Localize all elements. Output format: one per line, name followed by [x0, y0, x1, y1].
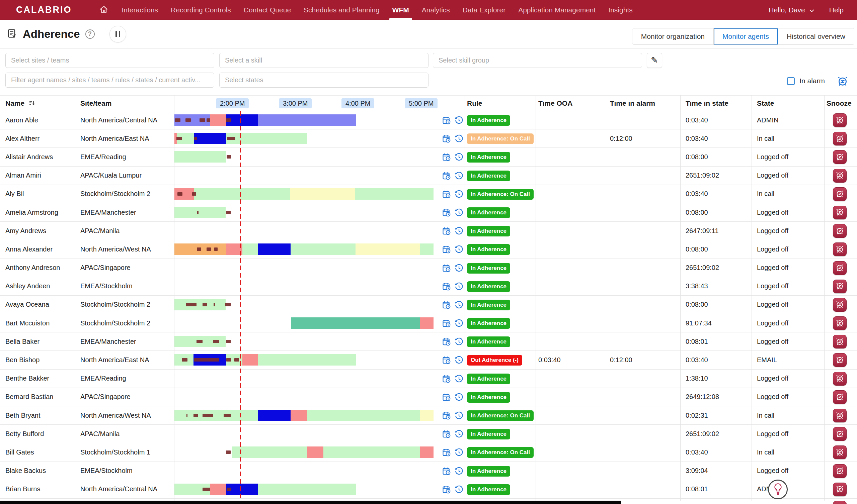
snooze-button[interactable]: [833, 409, 846, 422]
agent-schedule-icon[interactable]: [442, 300, 451, 310]
agent-schedule-icon[interactable]: [442, 430, 451, 439]
snooze-button[interactable]: [833, 206, 846, 220]
agent-schedule-icon[interactable]: [442, 208, 451, 218]
snooze-button[interactable]: [833, 335, 846, 348]
snooze-button[interactable]: [833, 372, 846, 386]
edit-skill-group-button[interactable]: ✎: [647, 53, 662, 68]
agent-schedule-icon[interactable]: [442, 374, 451, 384]
snooze-button[interactable]: [833, 353, 846, 367]
agent-schedule-icon[interactable]: [442, 171, 451, 180]
skill-select[interactable]: [219, 53, 428, 68]
agent-history-icon[interactable]: [454, 116, 464, 125]
agent-history-icon[interactable]: [454, 485, 464, 494]
column-header-name[interactable]: Name: [5, 99, 35, 107]
agent-schedule-icon[interactable]: [442, 393, 451, 402]
pause-button[interactable]: [110, 26, 126, 42]
column-header-time-in-alarm[interactable]: Time in alarm: [610, 99, 655, 107]
snooze-button[interactable]: [833, 427, 846, 441]
snooze-button[interactable]: [833, 132, 846, 145]
view-button-monitor-agents[interactable]: Monitor agents: [713, 29, 778, 45]
agent-schedule-icon[interactable]: [442, 190, 451, 199]
snooze-button[interactable]: [833, 280, 846, 293]
agent-schedule-icon[interactable]: [442, 355, 451, 365]
time-in-alarm-value: [610, 167, 675, 185]
states-select[interactable]: [219, 73, 428, 88]
nav-item-application-management[interactable]: Application Management: [512, 0, 602, 20]
agent-history-icon[interactable]: [454, 393, 464, 402]
sites-teams-select[interactable]: [5, 53, 214, 68]
snooze-button[interactable]: [833, 169, 846, 183]
agent-schedule-icon[interactable]: [442, 116, 451, 125]
snooze-button[interactable]: [833, 316, 846, 330]
view-button-monitor-organization[interactable]: Monitor organization: [632, 29, 713, 45]
agent-history-icon[interactable]: [454, 467, 464, 476]
agent-schedule-icon[interactable]: [442, 226, 451, 236]
in-alarm-checkbox[interactable]: [787, 77, 795, 85]
snooze-button[interactable]: [833, 242, 846, 256]
nav-item-interactions[interactable]: Interactions: [116, 0, 165, 20]
time-in-alarm-value: [610, 148, 675, 166]
user-menu[interactable]: Hello, Dave: [757, 0, 826, 20]
nav-item-analytics[interactable]: Analytics: [416, 0, 456, 20]
agent-history-icon[interactable]: [454, 319, 464, 328]
bulk-snooze-alarm-icon[interactable]: [837, 75, 848, 87]
agent-history-icon[interactable]: [454, 171, 464, 180]
agent-history-icon[interactable]: [454, 411, 464, 420]
column-header-rule[interactable]: Rule: [467, 99, 482, 107]
agent-schedule-icon[interactable]: [442, 448, 451, 457]
agent-schedule-icon[interactable]: [442, 134, 451, 143]
agent-filter-input[interactable]: [5, 73, 214, 88]
agent-schedule-icon[interactable]: [442, 467, 451, 476]
column-header-site[interactable]: Site/team: [80, 99, 112, 107]
agent-history-icon[interactable]: [454, 134, 464, 143]
help-icon[interactable]: ?: [85, 30, 95, 39]
agent-schedule-icon[interactable]: [442, 411, 451, 420]
snooze-button[interactable]: [833, 224, 846, 238]
agent-schedule-icon[interactable]: [442, 485, 451, 494]
column-header-time-ooa[interactable]: Time OOA: [538, 99, 572, 107]
snooze-button[interactable]: [833, 464, 846, 478]
agent-history-icon[interactable]: [454, 245, 464, 254]
snooze-button[interactable]: [833, 483, 846, 496]
agent-schedule-icon[interactable]: [442, 282, 451, 291]
column-header-time-in-state[interactable]: Time in state: [686, 99, 728, 107]
view-button-historical-overview[interactable]: Historical overview: [778, 29, 854, 45]
nav-item-contact-queue[interactable]: Contact Queue: [237, 0, 297, 20]
nav-item-wfm[interactable]: WFM: [386, 0, 416, 20]
nav-item-insights[interactable]: Insights: [602, 0, 639, 20]
agent-schedule-icon[interactable]: [442, 245, 451, 254]
agent-history-icon[interactable]: [454, 337, 464, 347]
agent-history-icon[interactable]: [454, 300, 464, 310]
agent-history-icon[interactable]: [454, 190, 464, 199]
time-in-state-value: 1:38:10: [686, 369, 747, 388]
agent-schedule-icon[interactable]: [442, 337, 451, 347]
nav-item-data-explorer[interactable]: Data Explorer: [456, 0, 512, 20]
snooze-button[interactable]: [833, 501, 846, 504]
snooze-button[interactable]: [833, 446, 846, 459]
agent-history-icon[interactable]: [454, 374, 464, 384]
agent-history-icon[interactable]: [454, 448, 464, 457]
home-button[interactable]: [92, 0, 116, 20]
snooze-button[interactable]: [833, 298, 846, 312]
agent-history-icon[interactable]: [454, 226, 464, 236]
help-menu[interactable]: Help: [826, 0, 857, 20]
agent-schedule-icon[interactable]: [442, 319, 451, 328]
snooze-button[interactable]: [833, 150, 846, 164]
nav-item-schedules-and-planning[interactable]: Schedules and Planning: [297, 0, 386, 20]
skill-group-select[interactable]: [433, 53, 642, 68]
agent-schedule-icon[interactable]: [442, 263, 451, 273]
agent-history-icon[interactable]: [454, 430, 464, 439]
column-header-state[interactable]: State: [757, 99, 774, 107]
snooze-button[interactable]: [833, 261, 846, 275]
snooze-button[interactable]: [833, 114, 846, 127]
snooze-button[interactable]: [833, 390, 846, 404]
agent-history-icon[interactable]: [454, 282, 464, 291]
snooze-button[interactable]: [833, 187, 846, 201]
agent-history-icon[interactable]: [454, 355, 464, 365]
agent-schedule-icon[interactable]: [442, 153, 451, 162]
agent-history-icon[interactable]: [454, 153, 464, 162]
feedback-lightbulb-button[interactable]: [768, 480, 788, 499]
nav-item-recording-controls[interactable]: Recording Controls: [164, 0, 237, 20]
agent-history-icon[interactable]: [454, 208, 464, 218]
agent-history-icon[interactable]: [454, 263, 464, 273]
